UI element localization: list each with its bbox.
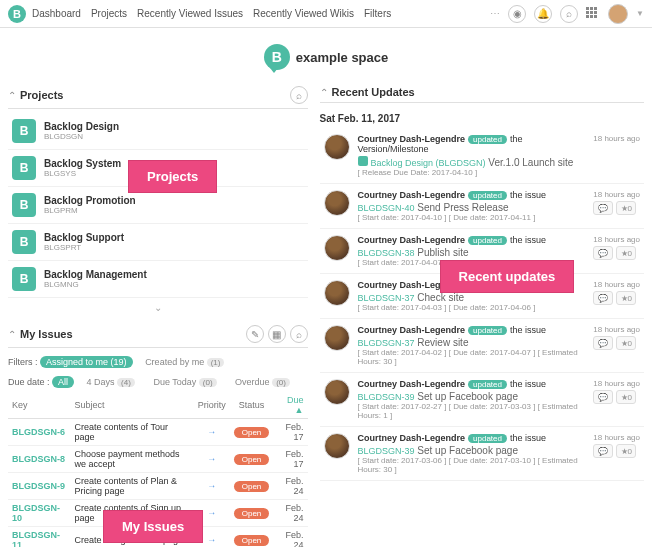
- update-ref[interactable]: Backlog Design (BLGDSGN): [371, 158, 486, 168]
- my-issues-header: ⌃ My Issues ✎ ▦ ⌕: [8, 321, 308, 348]
- filter-created[interactable]: Created by me (1): [139, 356, 230, 368]
- update-meta: [ Start date: 2017-02-27 ] [ Due date: 2…: [358, 402, 594, 420]
- chevron-down-icon[interactable]: ⌃: [8, 329, 16, 340]
- update-item[interactable]: Courtney Dash-Legendreupdatedthe issueBL…: [320, 319, 644, 373]
- comment-icon[interactable]: 💬: [593, 291, 613, 305]
- annotation-recent: Recent updates: [440, 260, 575, 293]
- project-item[interactable]: BBacklog SupportBLGSPRT: [8, 224, 308, 261]
- recent-header: ⌃ Recent Updates: [320, 82, 644, 103]
- comment-icon[interactable]: 💬: [593, 444, 613, 458]
- update-ref[interactable]: BLGDSGN-39: [358, 392, 415, 402]
- star-icon[interactable]: ★0: [616, 246, 636, 260]
- recent-title: Recent Updates: [332, 86, 415, 98]
- update-ref[interactable]: BLGDSGN-39: [358, 446, 415, 456]
- update-time: 18 hours ago: [593, 325, 640, 334]
- issue-due: Feb. 24: [273, 500, 307, 527]
- col-subject[interactable]: Subject: [71, 392, 194, 419]
- filter-4days[interactable]: 4 Days (4): [81, 376, 141, 388]
- project-name: Backlog System: [44, 158, 121, 169]
- filter-duetoday[interactable]: Due Today (0): [147, 376, 222, 388]
- more-icon[interactable]: ⋯: [490, 8, 500, 19]
- filter-assigned[interactable]: Assigned to me (19): [40, 356, 133, 368]
- projects-header: ⌃ Projects ⌕: [8, 82, 308, 109]
- update-ref[interactable]: BLGDSGN-38: [358, 248, 415, 258]
- comment-icon[interactable]: 💬: [593, 201, 613, 215]
- col-key[interactable]: Key: [8, 392, 71, 419]
- update-item[interactable]: Courtney Dash-Legendreupdatedthe Version…: [320, 128, 644, 184]
- chevron-down-icon[interactable]: ⌃: [8, 90, 16, 101]
- issue-row[interactable]: BLGDSGN-8Choose payment methods we accep…: [8, 446, 308, 473]
- bell-icon[interactable]: 🔔: [534, 5, 552, 23]
- user-avatar: [324, 325, 350, 351]
- star-icon[interactable]: ★0: [616, 336, 636, 350]
- update-meta: [ Start date: 2017-04-10 ] [ Due date: 2…: [358, 213, 594, 222]
- issue-key[interactable]: BLGDSGN-9: [8, 473, 71, 500]
- search-icon[interactable]: ⌕: [560, 5, 578, 23]
- project-name: Backlog Management: [44, 269, 147, 280]
- user-avatar[interactable]: [608, 4, 628, 24]
- project-icon: B: [12, 193, 36, 217]
- update-ref[interactable]: BLGDSGN-40: [358, 203, 415, 213]
- expand-icon[interactable]: ⌄: [8, 298, 308, 317]
- issue-key[interactable]: BLGDSGN-8: [8, 446, 71, 473]
- nav-filters[interactable]: Filters: [364, 8, 391, 19]
- updates-date: Sat Feb. 11, 2017: [320, 107, 644, 128]
- project-key: BLGSPRT: [44, 243, 124, 252]
- col-due[interactable]: Due ▲: [273, 392, 307, 419]
- project-item[interactable]: BBacklog ManagementBLGMNG: [8, 261, 308, 298]
- logo-icon[interactable]: B: [8, 5, 26, 23]
- update-action: the issue: [510, 433, 546, 443]
- issue-row[interactable]: BLGDSGN-9Create contents of Plan & Prici…: [8, 473, 308, 500]
- update-title: Review site: [417, 337, 468, 348]
- chevron-down-icon[interactable]: ▼: [636, 9, 644, 18]
- issue-row[interactable]: BLGDSGN-6Create contents of Tour page→Op…: [8, 419, 308, 446]
- update-time: 18 hours ago: [593, 190, 640, 199]
- issue-key[interactable]: BLGDSGN-10: [8, 500, 71, 527]
- update-action: the issue: [510, 379, 546, 389]
- star-icon[interactable]: ★0: [616, 201, 636, 215]
- filter-overdue[interactable]: Overdue (0): [229, 376, 296, 388]
- star-icon[interactable]: ★0: [616, 390, 636, 404]
- update-item[interactable]: Courtney Dash-Legendreupdatedthe issueBL…: [320, 427, 644, 481]
- edit-icon[interactable]: ✎: [246, 325, 264, 343]
- search-icon[interactable]: ⌕: [290, 325, 308, 343]
- update-user: Courtney Dash-Legendre: [358, 325, 466, 335]
- project-key: BLGPRM: [44, 206, 136, 215]
- comment-icon[interactable]: 💬: [593, 390, 613, 404]
- update-ref[interactable]: BLGDSGN-37: [358, 338, 415, 348]
- chevron-down-icon[interactable]: ⌃: [320, 87, 328, 98]
- space-header: B example space: [0, 28, 652, 82]
- issue-due: Feb. 24: [273, 527, 307, 548]
- update-item[interactable]: Courtney Dash-Legendreupdatedthe issueBL…: [320, 373, 644, 427]
- star-icon[interactable]: ★0: [616, 444, 636, 458]
- project-item[interactable]: BBacklog DesignBLGDSGN: [8, 113, 308, 150]
- update-item[interactable]: Courtney Dash-Legendreupdatedthe issueBL…: [320, 184, 644, 229]
- project-key: BLGDSGN: [44, 132, 119, 141]
- updated-badge: updated: [468, 326, 507, 335]
- nav-recently-viewed-wikis[interactable]: Recently Viewed Wikis: [253, 8, 354, 19]
- apps-icon[interactable]: [586, 7, 600, 21]
- user-avatar: [324, 433, 350, 459]
- calendar-icon[interactable]: ▦: [268, 325, 286, 343]
- nav-recently-viewed-issues[interactable]: Recently Viewed Issues: [137, 8, 243, 19]
- nav-projects[interactable]: Projects: [91, 8, 127, 19]
- search-icon[interactable]: ⌕: [290, 86, 308, 104]
- eye-icon[interactable]: ◉: [508, 5, 526, 23]
- status-badge: Open: [234, 427, 270, 438]
- update-title: Ver.1.0 Launch site: [488, 157, 573, 168]
- issue-subject: Create contents of Tour page: [71, 419, 194, 446]
- priority-icon: →: [194, 473, 230, 500]
- annotation-projects: Projects: [128, 160, 217, 193]
- comment-icon[interactable]: 💬: [593, 246, 613, 260]
- nav-dashboard[interactable]: Dashboard: [32, 8, 81, 19]
- issue-key[interactable]: BLGDSGN-6: [8, 419, 71, 446]
- col-status[interactable]: Status: [230, 392, 274, 419]
- update-ref[interactable]: BLGDSGN-37: [358, 293, 415, 303]
- issue-key[interactable]: BLGDSGN-11: [8, 527, 71, 548]
- update-title: Send Press Release: [417, 202, 508, 213]
- col-priority[interactable]: Priority: [194, 392, 230, 419]
- update-meta: [ Start date: 2017-04-02 ] [ Due date: 2…: [358, 348, 594, 366]
- star-icon[interactable]: ★0: [616, 291, 636, 305]
- comment-icon[interactable]: 💬: [593, 336, 613, 350]
- filter-all[interactable]: All: [52, 376, 74, 388]
